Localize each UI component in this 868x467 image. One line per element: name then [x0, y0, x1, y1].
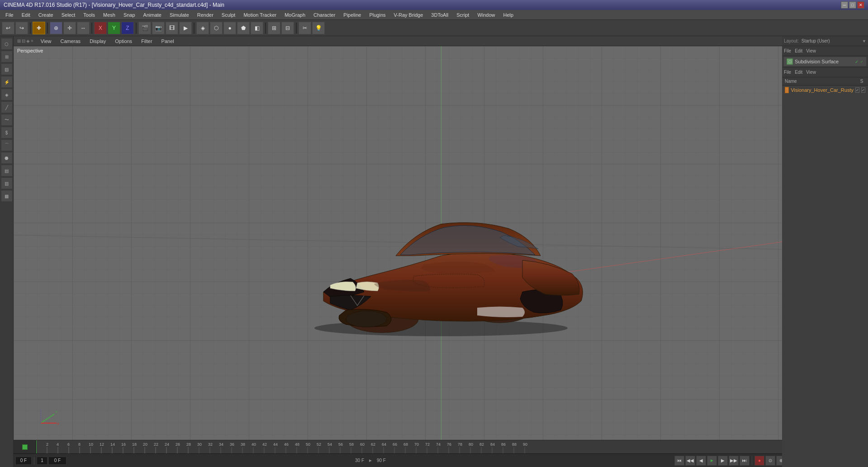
menu-snap[interactable]: Snap	[120, 11, 139, 19]
timeline-ruler[interactable]: 2 4 6 8 10 12 14 16	[36, 440, 868, 453]
left-tool-8[interactable]: $	[1, 127, 13, 138]
go-start-button[interactable]: ⏮	[674, 456, 684, 466]
left-tool-4[interactable]: ⚡	[1, 76, 13, 88]
menu-character[interactable]: Character	[310, 11, 339, 19]
svg-text:30: 30	[197, 442, 202, 447]
viewport-menu-cameras[interactable]: Cameras	[59, 38, 83, 45]
auto-key-button[interactable]: ⊙	[765, 456, 775, 466]
go-end-button[interactable]: ⏭	[740, 456, 749, 466]
left-tool-1[interactable]: ⬡	[1, 38, 13, 50]
menu-pipeline[interactable]: Pipeline	[340, 11, 365, 19]
menu-window[interactable]: Window	[474, 11, 498, 19]
viewport-menu-display[interactable]: Display	[88, 38, 108, 45]
transport-sep-1	[34, 457, 34, 465]
prev-key-button[interactable]: ◀◀	[685, 456, 695, 466]
attr-edit-menu[interactable]: Edit	[795, 48, 802, 53]
maximize-button[interactable]: □	[849, 1, 856, 9]
object-mode[interactable]: ⬡	[210, 22, 223, 34]
next-key-button[interactable]: ▶▶	[729, 456, 739, 466]
move-tool[interactable]: ✛	[63, 22, 76, 34]
left-tool-3[interactable]: ▨	[1, 63, 13, 75]
menu-motion-tracker[interactable]: Motion Tracker	[240, 11, 280, 19]
model-mode[interactable]: ◈	[196, 22, 209, 34]
menu-tools[interactable]: Tools	[80, 11, 99, 19]
menu-plugins[interactable]: Plugins	[365, 11, 389, 19]
obj-view-menu[interactable]: View	[806, 70, 816, 75]
select-tool[interactable]: ⊕	[50, 22, 62, 34]
menu-select[interactable]: Select	[58, 11, 79, 19]
left-tool-11[interactable]: ▤	[1, 165, 13, 176]
scale-tool[interactable]: ↔	[77, 22, 90, 34]
panel-collapse-btn[interactable]: ▼	[862, 39, 866, 43]
knife-tool[interactable]: ✂	[299, 22, 311, 34]
play-button[interactable]: ►	[707, 456, 717, 466]
menu-vray[interactable]: V-Ray Bridge	[390, 11, 427, 19]
viewport-menu-filter[interactable]: Filter	[139, 38, 154, 45]
svg-text:86: 86	[501, 442, 506, 447]
menu-3dtoall[interactable]: 3DToAll	[427, 11, 452, 19]
prev-frame-button[interactable]: ◀	[696, 456, 706, 466]
viewport-layout[interactable]: ⊟	[281, 22, 294, 34]
snap-button[interactable]: ⊞	[268, 22, 280, 34]
left-tool-2[interactable]: ⊞	[1, 51, 13, 62]
obj-render-toggle[interactable]: ✓	[861, 87, 865, 93]
menu-file[interactable]: File	[2, 11, 17, 19]
obj-edit-menu[interactable]: Edit	[795, 70, 802, 75]
z-axis-button[interactable]: Z	[121, 22, 134, 34]
frame-input-2[interactable]	[48, 457, 66, 465]
left-tool-9[interactable]: ⌒	[1, 139, 13, 151]
svg-text:78: 78	[458, 442, 462, 447]
left-tool-7[interactable]: 〜	[1, 114, 13, 126]
render-button[interactable]: 🎬	[138, 22, 151, 34]
frame-step-input[interactable]	[37, 457, 47, 465]
attr-view-menu[interactable]: View	[806, 48, 816, 53]
object-list-item[interactable]: Visionary_Hover_Car_Rusty ✓ ✓	[782, 86, 868, 95]
menu-mograph[interactable]: MoGraph	[281, 11, 309, 19]
menu-simulate[interactable]: Simulate	[166, 11, 193, 19]
left-tool-10[interactable]: ⬣	[1, 152, 13, 164]
obj-file-menu[interactable]: File	[784, 70, 791, 75]
menu-animate[interactable]: Animate	[140, 11, 165, 19]
record-button[interactable]: ●	[754, 456, 764, 466]
x-axis-button[interactable]: X	[94, 22, 107, 34]
name-col-header: Name	[785, 79, 858, 84]
viewport[interactable]: Perspective	[14, 46, 868, 440]
current-frame-input[interactable]	[15, 457, 32, 465]
minimize-button[interactable]: ─	[841, 1, 848, 9]
sub-check-2[interactable]: ✓	[860, 60, 863, 64]
sub-check-1[interactable]: ✓	[855, 59, 859, 64]
menu-render[interactable]: Render	[194, 11, 217, 19]
next-frame-button[interactable]: ▶	[718, 456, 728, 466]
subdivision-panel: File Edit View ⬡ Subdivision Surface ✓ ✓	[782, 46, 868, 67]
menu-create[interactable]: Create	[35, 11, 57, 19]
left-tool-6[interactable]: ╱	[1, 101, 13, 113]
render-region-button[interactable]: 🎞	[166, 22, 178, 34]
close-button[interactable]: ✕	[857, 1, 864, 9]
viewport-header: ⊞ ⊟ ◈ + View Cameras Display Options Fil…	[14, 36, 868, 46]
viewport-menu-panel[interactable]: Panel	[160, 38, 176, 45]
left-tool-13[interactable]: ▦	[1, 190, 13, 202]
menu-sculpt[interactable]: Sculpt	[218, 11, 239, 19]
left-tool-5[interactable]: ◈	[1, 89, 13, 100]
point-mode[interactable]: ●	[223, 22, 236, 34]
redo-button[interactable]: ↪	[15, 22, 28, 34]
viewport-menu-options[interactable]: Options	[113, 38, 134, 45]
obj-visible-toggle[interactable]: ✓	[855, 87, 859, 93]
edge-mode[interactable]: ⬟	[237, 22, 250, 34]
undo-button[interactable]: ↩	[2, 22, 14, 34]
light-tool[interactable]: 💡	[312, 22, 325, 34]
viewport-menu-view[interactable]: View	[39, 38, 53, 45]
render-to-picture[interactable]: 📷	[152, 22, 165, 34]
toolbar-sep-7	[296, 23, 297, 33]
poly-mode[interactable]: ◧	[251, 22, 263, 34]
menu-help[interactable]: Help	[500, 11, 517, 19]
attr-file-menu[interactable]: File	[784, 48, 791, 53]
interactive-render[interactable]: ▶	[179, 22, 192, 34]
y-axis-button[interactable]: Y	[108, 22, 120, 34]
new-object-button[interactable]: ✚	[33, 22, 45, 34]
svg-point-6	[346, 311, 387, 327]
left-tool-12[interactable]: ▥	[1, 177, 13, 189]
menu-edit[interactable]: Edit	[18, 11, 34, 19]
menu-script[interactable]: Script	[453, 11, 473, 19]
menu-mesh[interactable]: Mesh	[100, 11, 119, 19]
